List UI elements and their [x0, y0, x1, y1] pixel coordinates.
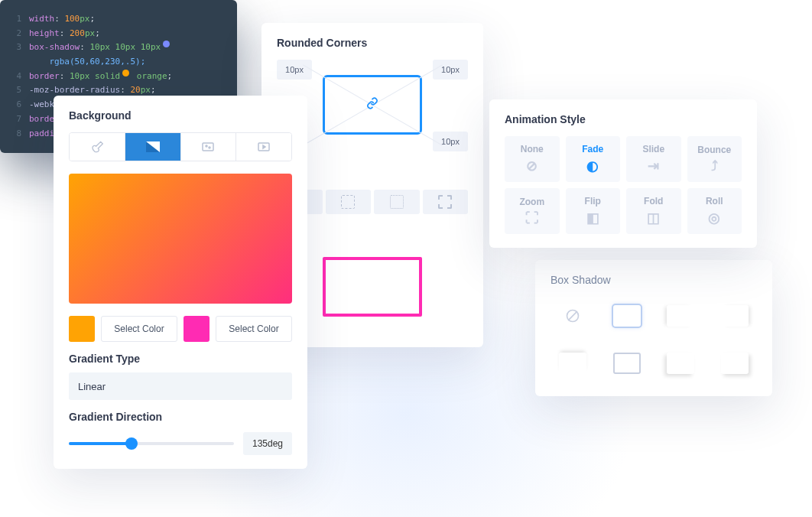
corner-tr-input[interactable]: 10px: [433, 60, 468, 80]
anim-label: Fold: [644, 196, 663, 206]
anim-label: Bounce: [697, 145, 731, 155]
anim-label: Fade: [582, 144, 603, 154]
shadow-preset-2[interactable]: [658, 297, 703, 335]
animation-grid: None⊘Fade◐Slide⇥Bounce⤴Zoom⛶Flip◧Fold◫Ro…: [505, 136, 742, 234]
border-style-dashed[interactable]: [326, 190, 372, 214]
svg-point-3: [209, 147, 210, 148]
animation-title: Animation Style: [505, 113, 742, 125]
corner-br-input[interactable]: 10px: [433, 132, 468, 151]
rounded-corners-title: Rounded Corners: [277, 37, 468, 49]
anim-label: None: [521, 144, 544, 154]
gradient-direction-slider[interactable]: [69, 433, 234, 454]
svg-rect-1: [203, 143, 213, 151]
animation-roll[interactable]: Roll◎: [687, 188, 742, 234]
animation-panel: Animation Style None⊘Fade◐Slide⇥Bounce⤴Z…: [489, 99, 757, 248]
border-style-double[interactable]: [423, 190, 469, 214]
border-preview-box: [323, 257, 422, 317]
animation-bounce[interactable]: Bounce⤴: [687, 136, 742, 182]
anim-icon: ⇥: [648, 158, 659, 174]
anim-icon: ⤴: [711, 158, 718, 174]
shadow-preset-1[interactable]: [605, 297, 650, 335]
background-type-tabs: [69, 132, 292, 161]
anim-icon: ◎: [708, 210, 720, 226]
corner-preview-box: [323, 75, 422, 135]
bg-tab-color[interactable]: [70, 133, 125, 161]
shadow-preset-6[interactable]: [658, 344, 703, 382]
gradient-type-select[interactable]: Linear: [69, 372, 292, 400]
gradient-color-2-swatch[interactable]: [184, 316, 209, 342]
animation-fold[interactable]: Fold◫: [626, 188, 681, 234]
gradient-preview: [69, 174, 292, 304]
shadow-preset-5[interactable]: [605, 344, 650, 382]
animation-zoom[interactable]: Zoom⛶: [505, 188, 560, 234]
anim-icon: ◫: [647, 210, 660, 226]
bg-tab-video[interactable]: [236, 133, 291, 161]
anim-label: Zoom: [519, 197, 544, 207]
anim-label: Flip: [585, 196, 601, 206]
background-panel: Background Select Color Select Color Gra…: [54, 96, 307, 469]
anim-icon: ◐: [586, 158, 599, 174]
bg-tab-gradient[interactable]: [125, 133, 181, 161]
shadow-none[interactable]: [551, 297, 596, 335]
animation-slide[interactable]: Slide⇥: [626, 136, 681, 182]
border-style-dotted[interactable]: [374, 190, 420, 214]
animation-none[interactable]: None⊘: [505, 136, 560, 182]
anim-label: Roll: [706, 196, 723, 206]
shadow-preset-7[interactable]: [713, 344, 758, 382]
anim-icon: ⛶: [525, 210, 539, 226]
animation-fade[interactable]: Fade◐: [566, 136, 621, 182]
anim-label: Slide: [642, 144, 664, 154]
svg-point-2: [206, 145, 207, 147]
select-color-2-button[interactable]: Select Color: [216, 316, 292, 342]
box-shadow-title: Box Shadow: [551, 274, 757, 286]
gradient-direction-value[interactable]: 135deg: [243, 432, 292, 455]
gradient-type-label: Gradient Type: [69, 353, 292, 365]
anim-icon: ⊘: [526, 158, 538, 174]
shadow-preset-3[interactable]: [713, 297, 758, 335]
shadow-preset-4[interactable]: [551, 344, 596, 382]
background-title: Background: [69, 109, 292, 122]
link-icon[interactable]: [366, 97, 378, 112]
select-color-1-button[interactable]: Select Color: [101, 316, 177, 342]
gradient-color-1-swatch[interactable]: [69, 316, 95, 342]
bg-tab-image[interactable]: [181, 133, 237, 161]
box-shadow-panel: Box Shadow: [535, 260, 772, 396]
gradient-direction-label: Gradient Direction: [69, 411, 292, 423]
animation-flip[interactable]: Flip◧: [566, 188, 621, 234]
corner-tl-input[interactable]: 10px: [277, 60, 312, 80]
anim-icon: ◧: [586, 210, 599, 226]
